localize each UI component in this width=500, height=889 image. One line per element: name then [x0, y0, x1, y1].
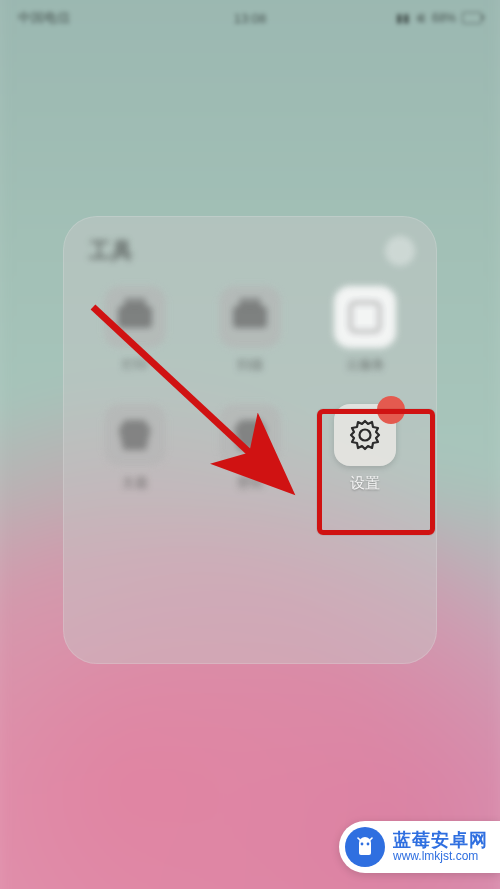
svg-point-2: [361, 843, 364, 846]
wallpaper-icon: [219, 404, 281, 466]
watermark-url: www.lmkjst.com: [393, 850, 488, 864]
app-settings[interactable]: 设置: [308, 398, 423, 516]
app-item[interactable]: 扫描: [192, 280, 307, 398]
app-label: 壁纸: [237, 474, 263, 492]
app-folder: 工具 打印 扫描 云服务 主题 壁纸: [63, 216, 437, 664]
app-label: 打印: [122, 356, 148, 374]
app-label: 主题: [122, 474, 148, 492]
signal-icon: ▮▮: [396, 11, 410, 25]
app-item[interactable]: 云服务: [308, 280, 423, 398]
close-icon[interactable]: [385, 236, 415, 266]
folder-grid: 打印 扫描 云服务 主题 壁纸: [63, 274, 437, 522]
battery-pct: 68%: [432, 11, 456, 25]
scanner-icon: [219, 286, 281, 348]
printer-icon: [104, 286, 166, 348]
svg-point-0: [360, 430, 371, 441]
folder-title: 工具: [89, 236, 133, 266]
watermark-brand: 蓝莓安卓网: [393, 830, 488, 851]
app-label: 云服务: [346, 356, 385, 374]
app-item[interactable]: 打印: [77, 280, 192, 398]
svg-line-5: [369, 838, 372, 841]
status-carrier: 中国电信: [18, 9, 70, 27]
wifi-icon: ⋐: [416, 11, 426, 25]
cloud-icon: [334, 286, 396, 348]
status-time: 13:08: [234, 11, 267, 26]
notification-badge: [377, 396, 405, 424]
svg-point-3: [367, 843, 370, 846]
watermark: 蓝莓安卓网 www.lmkjst.com: [339, 821, 500, 873]
app-label: 设置: [350, 474, 380, 493]
watermark-logo-icon: [345, 827, 385, 867]
app-label: 扫描: [237, 356, 263, 374]
theme-icon: [104, 404, 166, 466]
battery-icon: [462, 12, 482, 24]
status-bar: 中国电信 13:08 ▮▮ ⋐ 68%: [0, 0, 500, 36]
app-item[interactable]: 壁纸: [192, 398, 307, 516]
svg-line-4: [358, 838, 361, 841]
status-right: ▮▮ ⋐ 68%: [396, 11, 482, 25]
app-item[interactable]: 主题: [77, 398, 192, 516]
folder-header: 工具: [63, 216, 437, 274]
